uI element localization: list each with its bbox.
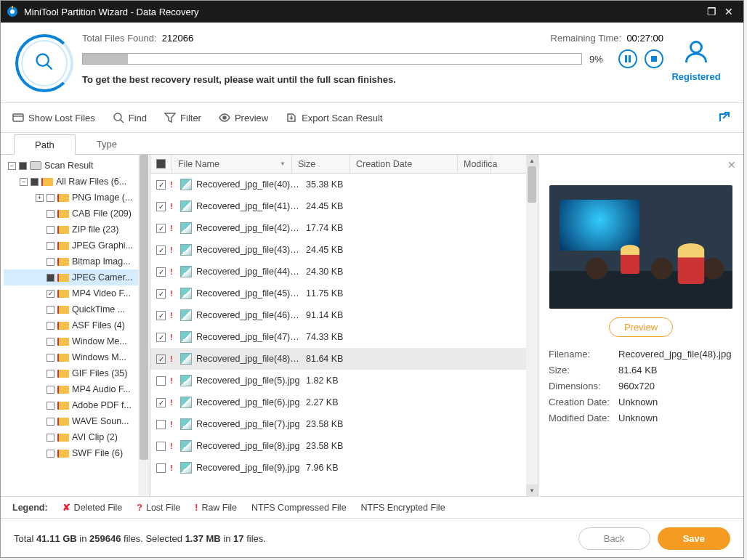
tree-node[interactable]: AVI Clip (2) (4, 429, 150, 445)
file-row[interactable]: !Recovered_jpg_file(5).jpg1.82 KB (150, 370, 538, 391)
scan-percent: 9% (589, 54, 611, 65)
legend-ntfs-compressed: NTFS Compressed File (251, 503, 347, 513)
image-file-icon (180, 244, 192, 256)
tree-node[interactable]: QuickTime ... (4, 301, 150, 317)
tree-node[interactable]: ASF Files (4) (4, 317, 150, 333)
file-row[interactable]: ✓!Recovered_jpg_file(40).j...35.38 KB (150, 174, 538, 195)
tree-node[interactable]: GIF Files (35) (4, 365, 150, 381)
file-row[interactable]: ✓!Recovered_jpg_file(44).j...24.30 KB (150, 261, 538, 283)
raw-file-icon: ! (170, 333, 176, 341)
image-file-icon (180, 309, 192, 321)
tree-node[interactable]: Bitmap Imag... (4, 253, 150, 269)
find-button[interactable]: Find (113, 112, 147, 123)
raw-file-icon: ! (170, 354, 176, 363)
raw-file-icon: ! (170, 202, 176, 211)
meta-size-value: 81.64 KB (618, 365, 733, 376)
file-list: File Name▼ Size Creation Date Modifica ✓… (150, 155, 538, 496)
registered-block[interactable]: Registered (663, 38, 729, 82)
file-row[interactable]: ✓!Recovered_jpg_file(47).j...74.33 KB (150, 326, 538, 348)
tree-node[interactable]: −Scan Result (4, 158, 150, 174)
tree-node[interactable]: ZIP file (23) (4, 222, 150, 238)
export-scan-result-button[interactable]: Export Scan Result (286, 112, 382, 123)
meta-size-label: Size: (549, 365, 618, 376)
file-row[interactable]: ✓!Recovered_jpg_file(41).j...24.45 KB (150, 195, 538, 217)
svg-point-3 (37, 54, 49, 66)
file-row[interactable]: ✓!Recovered_jpg_file(48).j...81.64 KB (150, 348, 538, 370)
tree-node[interactable]: SWF File (6) (4, 445, 150, 461)
file-row[interactable]: ✓!Recovered_jpg_file(45).j...11.75 KB (150, 283, 538, 304)
file-row[interactable]: !Recovered_jpg_file(9).jpg7.96 KB (150, 457, 538, 479)
stop-button[interactable] (645, 49, 663, 68)
legend-lost: Lost File (146, 503, 180, 513)
tree-node[interactable]: JPEG Graphi... (4, 238, 150, 253)
scan-progress-bar (82, 53, 582, 65)
image-file-icon (180, 200, 192, 212)
raw-file-icon: ! (170, 376, 176, 385)
folder-tree[interactable]: −Scan Result−All Raw Files (6...+PNG Ima… (1, 155, 150, 496)
file-row[interactable]: !Recovered_jpg_file(7).jpg23.58 KB (150, 413, 538, 435)
legend-ntfs-encrypted: NTFS Encrypted File (361, 503, 445, 513)
image-file-icon (180, 397, 192, 408)
file-row[interactable]: ✓!Recovered_jpg_file(6).jpg2.27 KB (150, 391, 538, 413)
tab-type[interactable]: Type (76, 134, 138, 154)
file-row[interactable]: ✓!Recovered_jpg_file(46).j...91.14 KB (150, 304, 538, 326)
image-file-icon (180, 440, 192, 452)
preview-image (549, 185, 732, 309)
column-creation-date[interactable]: Creation Date (350, 155, 458, 173)
files-found-value: 212066 (162, 33, 193, 44)
legend-bar: Legend: ✘Deleted File ?Lost File !Raw Fi… (1, 496, 743, 518)
scan-header: Total Files Found: 212066 Remaining Time… (1, 23, 743, 102)
tree-node[interactable]: JPEG Camer... (4, 269, 150, 285)
column-size[interactable]: Size (292, 155, 350, 173)
preview-close-button[interactable]: ✕ (727, 159, 736, 171)
file-row[interactable]: !Recovered_jpg_file(8).jpg23.58 KB (150, 435, 538, 457)
tree-node[interactable]: Windows M... (4, 349, 150, 365)
meta-filename-label: Filename: (549, 349, 618, 360)
file-row[interactable]: ✓!Recovered_jpg_file(43).j...24.45 KB (150, 239, 538, 261)
tree-node[interactable]: Adobe PDF f... (4, 397, 150, 413)
raw-file-icon: ! (170, 311, 176, 320)
raw-file-icon: ! (170, 398, 176, 407)
remaining-time-value: 00:27:00 (626, 33, 663, 44)
filter-button[interactable]: Filter (164, 112, 201, 123)
file-row[interactable]: ✓!Recovered_jpg_file(42).j...17.74 KB (150, 217, 538, 239)
column-modification[interactable]: Modifica (458, 155, 491, 173)
svg-rect-7 (651, 56, 657, 62)
meta-dimensions-value: 960x720 (618, 381, 733, 391)
tree-node[interactable]: CAB File (209) (4, 206, 150, 222)
svg-point-8 (691, 42, 702, 53)
preview-open-button[interactable]: Preview (609, 317, 673, 337)
back-button[interactable]: Back (578, 527, 650, 550)
show-lost-files-button[interactable]: Show Lost Files (12, 112, 95, 123)
close-button[interactable]: ✕ (720, 6, 738, 17)
raw-file-icon: ! (170, 224, 176, 232)
column-filename[interactable]: File Name (178, 159, 219, 169)
tree-node[interactable]: Window Me... (4, 333, 150, 349)
file-list-scrollbar[interactable]: ▲▼ (526, 155, 538, 496)
tab-path[interactable]: Path (14, 134, 76, 155)
tree-node[interactable]: ✓MP4 Video F... (4, 285, 150, 301)
restore-button[interactable]: ❐ (703, 6, 720, 17)
svg-rect-6 (629, 55, 631, 62)
toolbar: Show Lost Files Find Filter Preview Expo… (1, 103, 743, 132)
raw-file-icon: ! (170, 463, 176, 472)
files-found-label: Total Files Found: (82, 33, 157, 44)
scan-tip: To get the best recovery result, please … (82, 74, 663, 85)
raw-file-icon: ! (170, 267, 176, 276)
scan-animation (15, 34, 73, 92)
preview-button[interactable]: Preview (219, 112, 268, 123)
legend-deleted: Deleted File (74, 503, 123, 513)
tree-node[interactable]: +PNG Image (... (4, 190, 150, 206)
save-button[interactable]: Save (658, 527, 730, 550)
tree-node[interactable]: −All Raw Files (6... (4, 174, 150, 190)
legend-label: Legend: (12, 503, 48, 513)
tree-scrollbar[interactable] (138, 155, 150, 496)
tree-node[interactable]: WAVE Soun... (4, 413, 150, 429)
tree-node[interactable]: MP4 Audio F... (4, 381, 150, 397)
svg-point-1 (10, 9, 15, 14)
raw-file-icon: ! (170, 289, 176, 298)
status-text: Total 41.11 GB in 259646 files. Selected… (14, 533, 571, 544)
pause-button[interactable] (618, 49, 637, 68)
export-icon-button[interactable] (717, 110, 732, 126)
preview-panel: ✕ Preview Filename:Recovered_jpg_file(48… (538, 155, 743, 496)
